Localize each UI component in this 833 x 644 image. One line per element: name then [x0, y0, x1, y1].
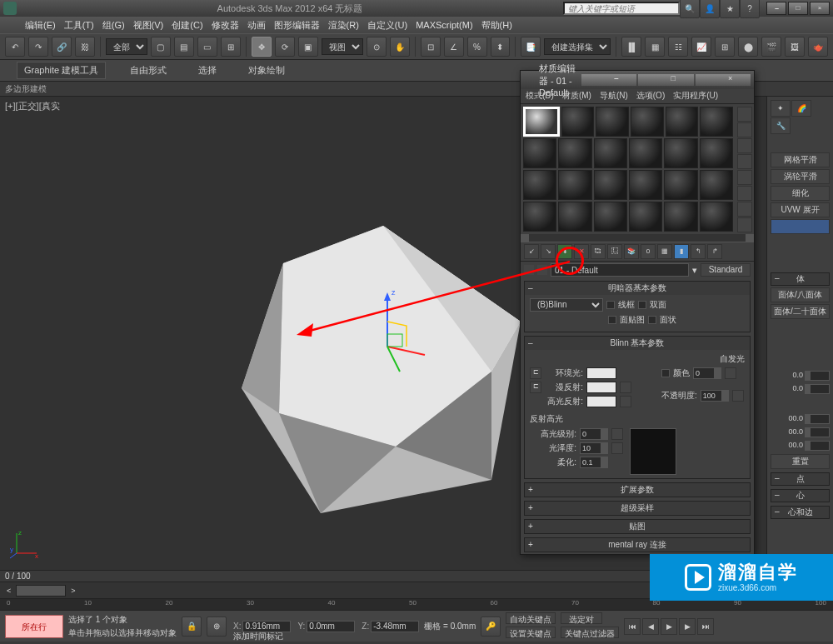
menu-group[interactable]: 组(G) — [102, 19, 125, 32]
signin-icon[interactable]: 👤 — [700, 0, 720, 18]
menu-customize[interactable]: 自定义(U) — [367, 19, 407, 32]
rollout-supersample[interactable]: 超级采样 — [525, 502, 750, 515]
undo-icon[interactable]: ↶ — [5, 37, 25, 57]
mat-backlight-icon[interactable] — [737, 122, 752, 137]
material-max-button[interactable]: □ — [638, 74, 694, 86]
rollout-edge[interactable]: 心和边 — [771, 506, 830, 519]
menu-create[interactable]: 创建(C) — [172, 19, 202, 32]
cmd-btn-meshsmooth[interactable]: 网格平滑 — [771, 152, 830, 167]
ambient-swatch[interactable] — [586, 367, 616, 379]
curve-editor-icon[interactable]: 📈 — [691, 37, 711, 57]
material-close-button[interactable]: × — [696, 74, 751, 86]
align-icon[interactable]: ▦ — [645, 37, 665, 57]
graphite-tab-freeform[interactable]: 自由形式 — [122, 62, 174, 79]
material-slot-1[interactable] — [523, 107, 560, 137]
named-selset-dropdown[interactable]: 创建选择集 — [544, 38, 611, 55]
rollout-shader-params[interactable]: 明暗器基本参数 — [525, 282, 750, 295]
favorites-icon[interactable]: ★ — [720, 0, 740, 18]
rollout-points[interactable]: 点 — [771, 472, 830, 486]
matmenu-options[interactable]: 选项(O) — [636, 90, 665, 102]
mat-eyedrop-icon[interactable] — [537, 265, 547, 275]
graphite-tab-selection[interactable]: 选择 — [191, 62, 224, 79]
menu-edit[interactable]: 编辑(E) — [25, 19, 56, 32]
rollout-blinn-params[interactable]: Blinn 基本参数 — [525, 337, 750, 350]
render-frame-icon[interactable]: 🖼 — [785, 37, 805, 57]
refcoords-dropdown[interactable]: 视图 — [322, 38, 363, 55]
add-time-tag[interactable]: 添加时间标记 — [233, 631, 283, 642]
mat-showmap-icon[interactable]: ▦ — [657, 244, 672, 259]
menu-maxscript[interactable]: MAXScript(M) — [416, 20, 472, 30]
material-slot-2[interactable] — [561, 107, 595, 137]
next-frame-icon[interactable]: ▶ — [679, 618, 696, 635]
mat-gofwd-icon[interactable]: ↱ — [707, 244, 722, 259]
cmd-btn-reset[interactable]: 重置 — [771, 454, 830, 469]
graphite-title[interactable]: Graphite 建模工具 — [17, 62, 106, 79]
cmd-btn-turbosmooth[interactable]: 涡轮平滑 — [771, 169, 830, 184]
mat-selbyMat-icon[interactable] — [737, 217, 752, 232]
mat-pick-icon[interactable] — [524, 265, 534, 275]
diffuse-swatch[interactable] — [586, 382, 616, 393]
material-name-input[interactable] — [551, 263, 689, 277]
mat-uvtile-icon[interactable] — [737, 154, 752, 169]
anim-layer-button[interactable]: 所在行 — [5, 615, 63, 638]
spinner-snap-icon[interactable]: ⬍ — [491, 37, 511, 57]
help-search-input[interactable] — [563, 2, 680, 15]
mat-sample-type-icon[interactable] — [737, 107, 752, 122]
soften-spin[interactable]: 0.1 — [580, 457, 608, 468]
mat-videocheck-icon[interactable] — [737, 170, 752, 185]
mat-unique-icon[interactable]: ⿺ — [607, 244, 622, 259]
goto-end-icon[interactable]: ⏭ — [697, 618, 714, 635]
maximize-button[interactable]: □ — [788, 2, 808, 15]
key-icon[interactable]: 🔑 — [481, 617, 501, 637]
cmd-utilities-icon[interactable]: 🔧 — [771, 117, 791, 134]
goto-start-icon[interactable]: ⏮ — [624, 618, 641, 635]
setkey-button[interactable]: 设置关键点 — [506, 627, 556, 638]
mat-reset-icon[interactable]: ✕ — [574, 244, 589, 259]
mat-scroll-right-icon[interactable] — [746, 234, 754, 242]
matmenu-utilities[interactable]: 实用程序(U) — [673, 90, 718, 102]
material-slot-4[interactable] — [631, 107, 664, 137]
mat-background-icon[interactable] — [737, 138, 752, 153]
play-icon[interactable]: ▶ — [661, 618, 677, 635]
percent-snap-icon[interactable]: % — [467, 37, 487, 57]
menu-modifiers[interactable]: 修改器 — [212, 19, 239, 32]
rollout-mentalray[interactable]: mental ray 连接 — [525, 538, 750, 552]
mat-putlib-icon[interactable]: 📚 — [624, 244, 639, 259]
select-move-icon[interactable]: ✥ — [252, 37, 272, 57]
menu-views[interactable]: 视图(V) — [133, 19, 164, 32]
material-min-button[interactable]: ‒ — [581, 74, 637, 86]
select-rotate-icon[interactable]: ⟳ — [275, 37, 295, 57]
material-slot-6[interactable] — [700, 107, 733, 137]
minimize-button[interactable]: ‒ — [766, 2, 786, 15]
matmenu-navigation[interactable]: 导航(N) — [600, 90, 628, 102]
rollout-family[interactable]: 体 — [771, 272, 830, 286]
help-search-icon[interactable]: 🔍 — [680, 0, 700, 18]
select-scale-icon[interactable]: ▣ — [298, 37, 318, 57]
select-region-icon[interactable]: ▭ — [197, 37, 217, 57]
prev-frame-icon[interactable]: ◀ — [642, 618, 659, 635]
mat-preview-icon[interactable] — [737, 186, 752, 201]
cb-selfillum-color[interactable] — [661, 369, 670, 377]
autokey-button[interactable]: 自动关键点 — [506, 612, 556, 624]
cb-faceted[interactable] — [648, 316, 656, 324]
unlink-icon[interactable]: ⛓ — [75, 37, 95, 57]
mat-gotoparent-icon[interactable]: ↰ — [691, 244, 706, 259]
specular-swatch[interactable] — [586, 396, 616, 407]
named-selection-icon[interactable]: 📑 — [521, 37, 541, 57]
menu-animation[interactable]: 动画 — [247, 19, 266, 32]
matmenu-modes[interactable]: 模式(D) — [526, 90, 554, 102]
menu-tools[interactable]: 工具(T) — [64, 19, 94, 32]
speclevel-spin[interactable]: 0 — [580, 428, 608, 440]
cb-2sided[interactable] — [638, 301, 646, 309]
viewport-label[interactable]: [+][正交][真实 — [5, 100, 60, 112]
matmenu-material[interactable]: 材质(M) — [562, 90, 591, 102]
keyfilter-button[interactable]: 关键点过滤器 — [561, 627, 619, 638]
specular-map-button[interactable] — [620, 396, 631, 407]
opacity-spin[interactable]: 100 — [701, 390, 729, 402]
window-crossing-icon[interactable]: ⊞ — [221, 37, 241, 57]
close-button[interactable]: × — [810, 2, 830, 15]
graphite-tab-paint[interactable]: 对象绘制 — [241, 62, 292, 79]
mat-assign-icon[interactable]: ⬇ — [557, 244, 572, 259]
menu-help[interactable]: 帮助(H) — [481, 19, 512, 32]
lock-ambient-diffuse[interactable]: ⊏ — [530, 367, 541, 379]
